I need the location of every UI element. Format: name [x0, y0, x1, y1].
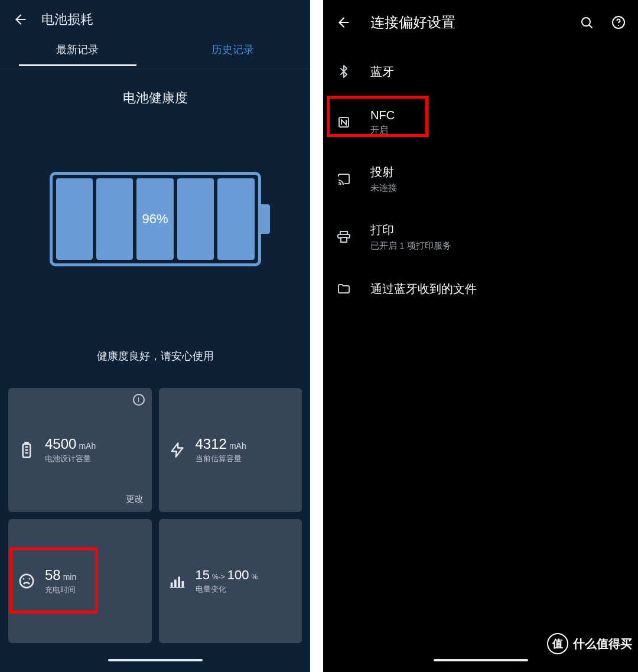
- cast-icon: [335, 170, 353, 188]
- battery-graphic: 96%: [0, 166, 310, 272]
- setting-title: 通过蓝牙收到的文件: [370, 281, 477, 297]
- battery-health-caption: 健康度良好，请安心使用: [0, 349, 310, 363]
- home-indicator[interactable]: [434, 659, 528, 661]
- home-indicator[interactable]: [108, 659, 203, 661]
- card-estimated-capacity[interactable]: 4312 mAh 当前估算容量: [159, 388, 302, 512]
- card-label: 当前估算容量: [196, 454, 246, 464]
- card-delta-from: 15: [196, 567, 210, 583]
- search-icon[interactable]: [579, 15, 594, 30]
- bolt-icon: [167, 440, 187, 460]
- battery-health-title: 电池健康度: [0, 89, 310, 107]
- battery-tip: [261, 204, 270, 234]
- watermark-badge: 值: [547, 633, 568, 654]
- battery-percent: 96%: [142, 211, 168, 227]
- setting-sub: 已开启 1 项打印服务: [370, 240, 451, 252]
- tab-history[interactable]: 历史记录: [155, 34, 311, 68]
- connection-prefs-screen: 连接偏好设置 蓝牙: [323, 0, 638, 672]
- page-title: 电池损耗: [41, 11, 93, 28]
- setting-sub: 开启: [370, 125, 395, 136]
- svg-point-21: [338, 184, 340, 185]
- svg-point-7: [20, 575, 34, 588]
- connection-header: 连接偏好设置: [323, 0, 638, 48]
- back-arrow-icon[interactable]: [12, 11, 30, 28]
- nfc-icon: [335, 113, 353, 131]
- watermark: 值 什么值得买: [547, 633, 632, 654]
- change-button[interactable]: 更改: [126, 494, 144, 505]
- card-unit: mAh: [79, 441, 96, 451]
- help-icon[interactable]: [611, 15, 626, 30]
- card-design-capacity[interactable]: i 4500 mAh 电池设计容量 更改: [8, 388, 152, 512]
- print-icon: [335, 228, 353, 246]
- svg-point-19: [618, 25, 619, 26]
- svg-line-17: [590, 25, 593, 28]
- svg-rect-23: [341, 237, 347, 242]
- watermark-text: 什么值得买: [573, 636, 632, 652]
- setting-cast[interactable]: 投射 未连接: [323, 150, 638, 208]
- svg-rect-12: [178, 577, 180, 588]
- setting-title: NFC: [370, 109, 395, 122]
- card-delta-sep: %->: [212, 573, 225, 581]
- folder-icon: [335, 280, 353, 298]
- setting-title: 蓝牙: [370, 64, 394, 80]
- svg-rect-10: [170, 583, 172, 588]
- tabs: 最新记录 历史记录: [0, 34, 310, 68]
- battery-body: 96%: [50, 172, 261, 266]
- svg-rect-5: [25, 443, 28, 445]
- info-icon[interactable]: i: [133, 394, 145, 406]
- tab-divider: [0, 68, 310, 69]
- card-label: 电量变化: [196, 584, 258, 595]
- card-charge-time[interactable]: 58 min 充电时间: [8, 519, 152, 643]
- cards-grid: i 4500 mAh 电池设计容量 更改: [0, 381, 310, 655]
- battery-cell: [56, 178, 93, 260]
- card-value: 58: [45, 567, 61, 583]
- setting-print[interactable]: 打印 已开启 1 项打印服务: [323, 208, 638, 266]
- screenshot-gap: [310, 0, 323, 672]
- battery-cell: [96, 178, 133, 260]
- card-value: 4312: [196, 436, 227, 452]
- card-value: 4500: [45, 436, 76, 452]
- card-label: 电池设计容量: [45, 454, 96, 464]
- battery-cell: [177, 178, 214, 260]
- card-delta-pct: %: [251, 573, 258, 581]
- svg-rect-14: [170, 587, 184, 588]
- svg-rect-13: [181, 581, 184, 588]
- tab-latest[interactable]: 最新记录: [0, 34, 155, 68]
- setting-bt-files[interactable]: 通过蓝牙收到的文件: [323, 266, 638, 312]
- battery-icon: [17, 440, 37, 460]
- card-charge-delta[interactable]: 15 %-> 100 % 电量变化: [159, 519, 302, 643]
- battery-cell: [217, 178, 254, 260]
- setting-nfc[interactable]: NFC 开启: [323, 94, 638, 150]
- svg-rect-11: [174, 580, 177, 588]
- settings-list: 蓝牙 NFC 开启 投射: [323, 48, 638, 312]
- setting-sub: 未连接: [370, 182, 397, 194]
- setting-title: 打印: [370, 222, 451, 238]
- back-arrow-icon[interactable]: [335, 14, 353, 31]
- svg-point-8: [23, 578, 25, 580]
- battery-header: 电池损耗: [0, 0, 310, 34]
- setting-title: 投射: [370, 164, 397, 180]
- card-label: 充电时间: [45, 585, 76, 595]
- card-unit: mAh: [229, 441, 246, 451]
- gauge-icon: [17, 571, 37, 591]
- card-delta-to: 100: [227, 567, 249, 583]
- page-title: 连接偏好设置: [370, 13, 579, 32]
- svg-point-9: [29, 578, 31, 580]
- bars-icon: [167, 571, 187, 591]
- battery-screen: 电池损耗 最新记录 历史记录 电池健康度 96% 健康度良好，请安心使用 i: [0, 0, 310, 672]
- setting-bluetooth[interactable]: 蓝牙: [323, 48, 638, 94]
- bluetooth-icon: [335, 63, 353, 80]
- card-unit: min: [63, 572, 77, 582]
- svg-marker-6: [171, 443, 183, 456]
